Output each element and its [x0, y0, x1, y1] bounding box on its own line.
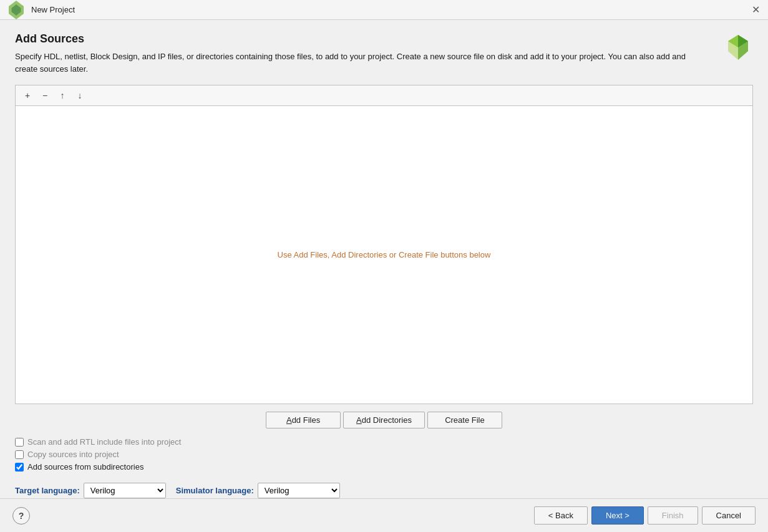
target-language-select[interactable]: Verilog VHDL SystemVerilog [84, 483, 166, 498]
add-files-button[interactable]: Add Files [266, 412, 341, 428]
move-up-toolbar-button[interactable]: ↑ [54, 88, 70, 103]
simulator-language-label: Simulator language: [176, 486, 254, 495]
up-arrow-icon: ↑ [61, 90, 65, 100]
copy-sources-checkbox[interactable] [15, 450, 24, 459]
dialog-body: Add Sources Specify HDL, netlist, Block … [0, 20, 768, 498]
target-language-group: Target language: Verilog VHDL SystemVeri… [15, 483, 166, 498]
footer-left: ? [12, 507, 30, 525]
language-row: Target language: Verilog VHDL SystemVeri… [15, 483, 753, 498]
cancel-button[interactable]: Cancel [702, 506, 756, 525]
scan-rtl-checkbox[interactable] [15, 438, 24, 447]
add-file-toolbar-button[interactable]: + [19, 88, 36, 103]
dialog-footer: ? < Back Next > Finish Cancel [0, 498, 768, 532]
add-subdirs-label: Add sources from subdirectories [27, 462, 143, 472]
remove-file-toolbar-button[interactable]: − [37, 88, 53, 103]
scan-rtl-row: Scan and add RTL include files into proj… [15, 437, 753, 447]
create-file-label: Create File [445, 415, 485, 425]
close-button[interactable]: ✕ [748, 2, 763, 17]
add-subdirs-checkbox[interactable] [15, 463, 24, 472]
move-down-toolbar-button[interactable]: ↓ [72, 88, 88, 103]
add-icon: + [25, 90, 30, 100]
footer-right: < Back Next > Finish Cancel [534, 506, 756, 525]
next-button[interactable]: Next > [591, 506, 644, 525]
copy-sources-row: Copy sources into project [15, 450, 753, 459]
add-subdirs-row: Add sources from subdirectories [15, 462, 753, 472]
toolbar: + − ↑ ↓ [16, 85, 752, 106]
page-description: Specify HDL, netlist, Block Design, and … [15, 51, 701, 75]
add-directories-label: Add Directories [356, 415, 412, 425]
vivado-logo-icon [723, 32, 753, 62]
back-button[interactable]: < Back [534, 506, 588, 525]
finish-button[interactable]: Finish [648, 506, 698, 525]
add-directories-button[interactable]: Add Directories [343, 412, 425, 428]
minus-icon: − [42, 90, 47, 100]
app-logo-icon [5, 0, 27, 21]
action-button-row: Add Files Add Directories Create File [15, 412, 753, 428]
file-table-container: + − ↑ ↓ Use Add Files, Add Directories o… [15, 85, 753, 404]
copy-sources-label: Copy sources into project [27, 450, 119, 459]
down-arrow-icon: ↓ [78, 90, 82, 100]
title-bar: New Project ✕ [0, 0, 768, 20]
simulator-language-select[interactable]: Verilog VHDL Mixed SystemVerilog [258, 483, 340, 498]
file-list-area: Use Add Files, Add Directories or Create… [16, 106, 752, 404]
simulator-language-group: Simulator language: Verilog VHDL Mixed S… [176, 483, 340, 498]
target-language-label: Target language: [15, 486, 80, 495]
page-title: Add Sources [15, 32, 713, 46]
empty-hint-text: Use Add Files, Add Directories or Create… [278, 250, 491, 259]
create-file-button[interactable]: Create File [427, 412, 502, 428]
vivado-logo [723, 32, 753, 64]
header-text: Add Sources Specify HDL, netlist, Block … [15, 32, 713, 75]
header-area: Add Sources Specify HDL, netlist, Block … [15, 32, 753, 75]
help-button[interactable]: ? [12, 507, 30, 525]
add-files-label: Add Files [286, 415, 320, 425]
scan-rtl-label: Scan and add RTL include files into proj… [27, 437, 181, 447]
title-bar-left: New Project [5, 0, 75, 21]
options-area: Scan and add RTL include files into proj… [15, 437, 753, 472]
window-title: New Project [31, 5, 75, 14]
